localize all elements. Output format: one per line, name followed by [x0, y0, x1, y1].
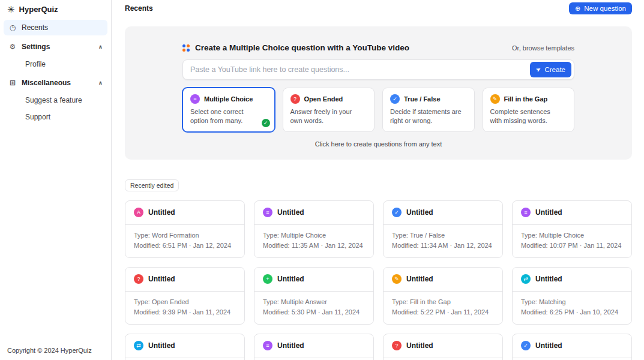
- sidebar-nav: ◷ Recents ⚙ Settings ∧ Profile ⊞ Miscell…: [0, 17, 111, 127]
- fill-gap-icon: ✎: [490, 94, 500, 104]
- gear-icon: ⚙: [8, 43, 17, 50]
- quiz-title: Untitled: [406, 275, 433, 283]
- quiz-type-icon: ?: [392, 341, 402, 350]
- quiz-card[interactable]: ✓ Untitled Type: True / False Modified: …: [383, 200, 503, 258]
- quiz-type-icon: ?: [134, 274, 143, 284]
- quiz-title: Untitled: [535, 208, 562, 217]
- question-type-card-fill-in-the-gap[interactable]: ✎ Fill in the Gap Complete sentences wit…: [483, 88, 575, 132]
- quiz-title: Untitled: [148, 208, 175, 217]
- quiz-title: Untitled: [277, 341, 304, 350]
- quiz-type: Type: Multiple Choice: [263, 230, 365, 241]
- quiz-type: Type: Multiple Choice: [521, 230, 623, 241]
- sidebar-item-profile[interactable]: Profile: [4, 57, 107, 71]
- create-label: Create: [544, 66, 565, 73]
- create-from-text-link[interactable]: Click here to create questions from any …: [182, 140, 574, 148]
- quiz-type-icon: +: [263, 274, 272, 284]
- sidebar-item-support[interactable]: Support: [4, 110, 107, 124]
- page-title: Recents: [125, 4, 153, 13]
- question-type-card-open-ended[interactable]: ? Open Ended Answer freely in your own w…: [283, 88, 375, 132]
- quiz-title: Untitled: [277, 275, 304, 283]
- clock-icon: ◷: [8, 24, 17, 31]
- quiz-card[interactable]: ≡ Untitled Type: Multiple Choice Modifie…: [254, 200, 374, 258]
- sparkle-grid-icon: [182, 44, 190, 52]
- new-question-button[interactable]: ⊕ New question: [569, 2, 632, 14]
- new-question-label: New question: [584, 5, 626, 12]
- chevron-up-icon: ∧: [98, 44, 103, 50]
- quiz-card[interactable]: ✓ Untitled: [512, 334, 632, 360]
- question-type-list: ≡ Multiple Choice Select one correct opt…: [182, 88, 574, 132]
- quiz-type-icon: ≡: [521, 208, 531, 217]
- quiz-card[interactable]: + Untitled Type: Multiple Answer Modifie…: [254, 267, 374, 325]
- youtube-input-row: ➤ Create: [182, 59, 574, 80]
- quiz-card[interactable]: ✎ Untitled Type: Fill in the Gap Modifie…: [383, 267, 503, 325]
- quiz-type: Type: Fill in the Gap: [392, 297, 494, 307]
- question-type-desc: Answer freely in your own words.: [290, 107, 363, 125]
- true-false-icon: ✓: [390, 94, 400, 104]
- quiz-type-icon: ⇄: [134, 341, 143, 350]
- open-ended-icon: ?: [290, 94, 300, 104]
- topbar: Recents ⊕ New question: [112, 0, 644, 17]
- sidebar-item-label: Support: [25, 113, 50, 121]
- sidebar-item-label: Suggest a feature: [25, 96, 82, 104]
- sidebar-item-recents[interactable]: ◷ Recents: [4, 20, 107, 35]
- quiz-type: Type: Multiple Answer: [263, 297, 365, 307]
- question-type-name: Open Ended: [304, 95, 343, 103]
- quiz-card[interactable]: ≡ Untitled Type: Multiple Choice Modifie…: [512, 200, 632, 258]
- grid-box-icon: ⊞: [8, 79, 17, 86]
- browse-templates-link[interactable]: Or, browse templates: [512, 44, 574, 52]
- quiz-title: Untitled: [535, 275, 562, 283]
- quiz-card[interactable]: ⇄ Untitled: [125, 334, 245, 360]
- quiz-title: Untitled: [148, 275, 175, 283]
- plus-circle-icon: ⊕: [575, 5, 580, 12]
- app-logo-icon: ✳: [7, 5, 15, 14]
- youtube-link-input[interactable]: [190, 65, 530, 74]
- sidebar-item-suggest-a-feature[interactable]: Suggest a feature: [4, 93, 107, 107]
- question-type-desc: Complete sentences with missing words.: [490, 107, 562, 125]
- selected-check-icon: ✓: [262, 119, 270, 127]
- quiz-modified: Modified: 11:35 AM · Jan 12, 2024: [263, 241, 365, 251]
- question-type-card-true-false[interactable]: ✓ True / False Decide if statements are …: [382, 88, 475, 132]
- quiz-card[interactable]: ⇄ Untitled Type: Matching Modified: 6:25…: [512, 267, 632, 325]
- sidebar-section-miscellaneous[interactable]: ⊞ Miscellaneous ∧: [4, 75, 107, 91]
- quiz-title: Untitled: [406, 341, 433, 350]
- quiz-modified: Modified: 5:22 PM · Jan 11, 2024: [392, 307, 494, 317]
- quiz-type: Type: Word Formation: [134, 230, 236, 241]
- quiz-type: Type: Open Ended: [134, 297, 236, 307]
- sidebar: ✳ HyperQuiz ◷ Recents ⚙ Settings ∧ Profi…: [0, 0, 112, 360]
- quiz-card[interactable]: ? Untitled: [383, 334, 503, 360]
- quiz-type-icon: ✎: [392, 274, 402, 284]
- chevron-up-icon: ∧: [98, 80, 103, 86]
- quiz-modified: Modified: 9:39 PM · Jan 11, 2024: [134, 307, 236, 317]
- app-window: ✳ HyperQuiz ◷ Recents ⚙ Settings ∧ Profi…: [0, 0, 644, 360]
- quiz-card[interactable]: ≡ Untitled: [254, 334, 374, 360]
- send-icon: ➤: [535, 66, 542, 74]
- quiz-type-icon: A: [134, 208, 143, 217]
- quiz-type-icon: ≡: [263, 341, 272, 350]
- quiz-title: Untitled: [277, 208, 304, 217]
- creator-title: Create a Multiple Choice question with a…: [195, 43, 507, 52]
- create-button[interactable]: ➤ Create: [530, 62, 571, 77]
- question-type-desc: Select one correct option from many.: [190, 107, 262, 125]
- quiz-card[interactable]: A Untitled Type: Word Formation Modified…: [125, 200, 245, 258]
- quiz-title: Untitled: [406, 208, 433, 217]
- question-type-name: True / False: [404, 95, 441, 103]
- sidebar-section-settings[interactable]: ⚙ Settings ∧: [4, 39, 107, 55]
- quiz-type: Type: Matching: [521, 297, 623, 307]
- question-type-desc: Decide if statements are right or wrong.: [390, 107, 462, 125]
- quiz-modified: Modified: 10:07 PM · Jan 11, 2024: [521, 241, 623, 251]
- quiz-title: Untitled: [148, 341, 175, 350]
- quiz-card[interactable]: ? Untitled Type: Open Ended Modified: 9:…: [125, 267, 245, 325]
- app-name: HyperQuiz: [19, 5, 58, 14]
- app-logo: ✳ HyperQuiz: [0, 0, 111, 17]
- sidebar-section-label: Miscellaneous: [22, 79, 94, 87]
- question-type-card-multiple-choice[interactable]: ≡ Multiple Choice Select one correct opt…: [182, 88, 275, 132]
- quiz-modified: Modified: 6:25 PM · Jan 10, 2024: [521, 307, 623, 317]
- recently-edited-badge: Recently edited: [125, 179, 179, 191]
- quiz-modified: Modified: 6:51 PM · Jan 12, 2024: [134, 241, 236, 251]
- sidebar-item-label: Recents: [22, 23, 48, 32]
- quiz-type: Type: True / False: [392, 230, 494, 241]
- quiz-type-icon: ✓: [392, 208, 402, 217]
- sidebar-item-label: Profile: [25, 60, 46, 68]
- quiz-type-icon: ≡: [263, 208, 272, 217]
- recent-cards-grid: A Untitled Type: Word Formation Modified…: [125, 200, 632, 360]
